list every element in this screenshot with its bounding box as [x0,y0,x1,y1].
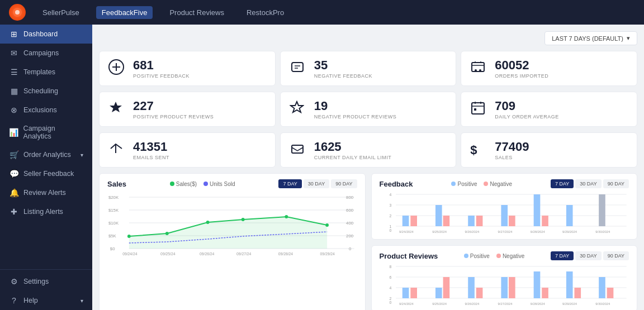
bottom-section: Sales Sales($) Units Sold 7 DAY 30 DAY 9… [99,173,637,310]
positive-feedback-icon [108,59,126,78]
feedback-90day-btn[interactable]: 90 DAY [603,179,629,188]
negative-feedback-value: 35 [314,58,447,73]
svg-text:2: 2 [389,214,391,218]
stat-info-sales: 77409 SALES [495,140,628,160]
sidebar-item-dashboard[interactable]: ⊞ Dashboard [0,25,92,44]
stat-daily-order-avg: 709 DAILY ORDER AVERAGE [461,92,637,127]
nav-feedbackfive[interactable]: FeedbackFive [96,6,153,19]
svg-point-36 [242,218,245,221]
svg-text:800: 800 [346,195,354,200]
svg-rect-61 [410,216,417,226]
svg-text:0: 0 [389,228,391,232]
svg-text:9/30/2024: 9/30/2024 [595,230,610,233]
svg-text:$15K: $15K [108,208,119,213]
order-analytics-icon: 🛒 [9,150,19,159]
product-reviews-90day-btn[interactable]: 90 DAY [603,251,629,260]
svg-text:09/28/24: 09/28/24 [278,252,293,256]
svg-text:$5K: $5K [108,233,117,239]
svg-text:400: 400 [346,221,354,226]
sidebar-item-help[interactable]: ? Help ▾ [0,291,92,310]
sidebar-item-templates[interactable]: ☰ Templates [0,63,92,82]
svg-text:9/26/2024: 9/26/2024 [465,302,480,306]
feedback-30day-btn[interactable]: 30 DAY [575,179,601,188]
date-filter-button[interactable]: LAST 7 DAYS (DEFAULT) ▾ [544,31,637,45]
svg-text:9/28/2024: 9/28/2024 [530,230,545,233]
stat-info-emails-sent: 41351 EMAILS SENT [133,140,266,160]
svg-text:09/26/24: 09/26/24 [200,252,215,256]
product-reviews-30day-btn[interactable]: 30 DAY [575,251,601,260]
svg-rect-94 [574,288,581,298]
sidebar-label-help: Help [23,297,38,304]
sales-chart-svg: $20K $15K $10K $5K $0 800 600 400 200 0 [107,192,357,256]
svg-rect-59 [566,205,572,226]
svg-rect-92 [509,277,515,298]
sales-label: SALES [495,155,628,160]
dashboard-icon: ⊞ [9,30,19,39]
sidebar-label-scheduling: Scheduling [23,87,58,95]
svg-point-33 [127,235,131,238]
svg-rect-65 [542,216,548,226]
stats-row-1: 681 POSITIVE FEEDBACK 35 NEGATIVE FEEDBA… [99,51,637,86]
svg-text:9/25/2024: 9/25/2024 [432,230,447,233]
feedback-time-buttons: 7 DAY 30 DAY 90 DAY [551,179,629,188]
date-filter-label: LAST 7 DAYS (DEFAULT) [552,35,623,42]
sales-time-buttons: 7 DAY 30 DAY 90 DAY [278,179,357,188]
sidebar-label-campaign-analytics: Campaign Analytics [23,125,83,140]
product-reviews-chart-card: Product Reviews Positive Negative 7 DAY … [371,245,638,310]
svg-marker-32 [129,217,327,249]
svg-rect-60 [599,194,605,226]
sales-value: 77409 [495,140,628,154]
product-reviews-7day-btn[interactable]: 7 DAY [551,251,574,260]
svg-rect-16 [292,145,303,153]
feedback-chart-title: Feedback [380,180,413,188]
product-reviews-chart-svg: 8 6 4 2 0 [380,264,629,306]
sidebar: ⊞ Dashboard ✉ Campaigns ☰ Templates ▦ Sc… [0,25,92,310]
daily-order-avg-icon [470,100,488,119]
svg-text:9/29/2024: 9/29/2024 [562,302,577,306]
sidebar-item-order-analytics[interactable]: 🛒 Order Analytics ▾ [0,145,92,164]
svg-rect-14 [474,108,476,111]
sidebar-item-listing-alerts[interactable]: ✚ Listing Alerts [0,202,92,221]
stat-info-positive-feedback: 681 POSITIVE FEEDBACK [133,58,266,79]
sidebar-label-campaigns: Campaigns [23,49,59,57]
main-content: LAST 7 DAYS (DEFAULT) ▾ 681 POSITIVE FEE… [92,25,644,310]
help-arrow: ▾ [80,298,83,304]
templates-icon: ☰ [9,68,19,77]
nav-restockpro[interactable]: RestockPro [241,6,290,19]
sales-chart-card: Sales Sales($) Units Sold 7 DAY 30 DAY 9… [99,173,366,310]
svg-rect-82 [402,288,409,298]
svg-text:9/25/2024: 9/25/2024 [432,302,447,306]
svg-text:9/24/2024: 9/24/2024 [399,302,414,306]
sidebar-item-settings[interactable]: ⚙ Settings [0,272,92,291]
sidebar-item-review-alerts[interactable]: 🔔 Review Alerts [0,183,92,202]
svg-rect-86 [533,271,540,298]
nav-sellerpulse[interactable]: SellerPulse [37,6,85,19]
feedback-7day-btn[interactable]: 7 DAY [551,179,574,188]
nav-product-reviews[interactable]: Product Reviews [164,6,230,19]
sidebar-item-exclusions[interactable]: ⊗ Exclusions [0,101,92,120]
svg-text:200: 200 [346,233,354,239]
sidebar-item-seller-feedback[interactable]: 💬 Seller Feedback [0,164,92,183]
svg-rect-64 [509,216,515,226]
positive-reviews-icon [108,101,126,118]
svg-rect-87 [566,271,572,298]
svg-point-10 [479,69,481,71]
sidebar-item-scheduling[interactable]: ▦ Scheduling [0,82,92,101]
product-reviews-chart-header: Product Reviews Positive Negative 7 DAY … [380,251,629,260]
sales-7day-btn[interactable]: 7 DAY [278,179,301,188]
settings-icon: ⚙ [9,277,19,286]
scheduling-icon: ▦ [9,87,19,96]
stats-row-3: 41351 EMAILS SENT 1625 CURRENT DAILY EMA… [99,132,637,168]
svg-rect-90 [443,277,449,298]
sidebar-item-campaigns[interactable]: ✉ Campaigns [0,44,92,63]
seller-feedback-icon: 💬 [9,169,19,178]
stat-info-positive-reviews: 227 POSITIVE PRODUCT REVIEWS [133,99,266,120]
svg-rect-84 [468,277,475,298]
date-filter-chevron: ▾ [627,35,630,42]
svg-rect-63 [476,216,482,226]
sidebar-item-campaign-analytics[interactable]: 📊 Campaign Analytics [0,120,92,145]
sales-30day-btn[interactable]: 30 DAY [304,179,329,188]
feedback-legend-positive: Positive [451,181,477,187]
feedback-chart-header: Feedback Positive Negative 7 DAY 30 DAY … [380,179,629,188]
sales-90day-btn[interactable]: 90 DAY [331,179,357,188]
